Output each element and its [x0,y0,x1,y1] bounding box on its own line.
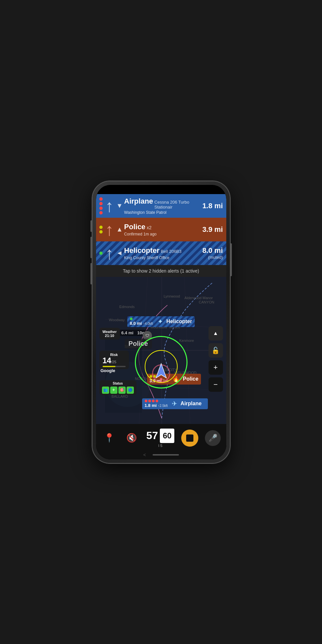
police-info: Police x2 Confirmed 1m ago [124,223,202,236]
hidden-alerts-bar[interactable]: Tap to show 2 hidden alerts (1 active) [96,265,226,277]
dot-1 [99,197,103,201]
volume-down-button[interactable] [90,263,92,284]
road-label: I 5 [158,444,162,448]
risk-max: /25 [111,360,116,364]
airplane-direction-icon: ▼ [116,202,123,210]
airplane-subtype: Cessna 206 Turbo Stationair [154,200,202,210]
risk-fill [103,366,115,367]
helicopter-type: Helicopter Bell 206B3 [124,246,202,255]
label-alderwood: Alderwood Manor [185,296,213,300]
airplane-map-distance: 1.8 mi [145,403,157,408]
police-up-arrow: ↑ [105,221,114,238]
police-type: Police x2 [124,223,202,231]
volume-up-button[interactable] [90,237,92,258]
police-distance: 3.9 mi [202,225,223,234]
power-button[interactable] [231,243,232,276]
airplane-map-altitude: ↑2.5kft [158,404,167,408]
helicopter-alert[interactable]: ↑ ◄ Helicopter Bell 206B3 King County Sh… [96,241,226,265]
phone-screen: ↑ ▼ Airplane Cessna 206 Turbo Stationair… [96,185,226,459]
status-widget[interactable]: Status 👥 ✈ 🎯 🔵 [99,380,136,395]
nav-arrow-container [151,361,171,385]
helicopter-muted: (muted) [202,255,223,260]
airplane-distance: 1.8 mi [202,202,223,210]
risk-bar [103,366,126,367]
stop-button[interactable] [181,430,198,447]
airplane-dot-4 [156,400,158,402]
police-multiplier: x2 [147,225,152,230]
airplane-dot-1 [145,400,147,402]
weather-label: Weather [103,330,117,334]
mute-button[interactable]: 🔇 [124,430,139,446]
right-controls: ▲ 🔓 + − [209,326,223,392]
phone-frame: ↑ ▼ Airplane Cessna 206 Turbo Stationair… [92,181,230,463]
airplane-up-arrow: ↑ [105,197,114,214]
location-button[interactable]: 📍 [101,430,117,446]
dot-1 [99,226,103,229]
mute-button[interactable] [90,220,92,232]
home-indicator: < [96,450,226,459]
notch [140,185,183,194]
label-lynnwood: Lynnwood [163,294,180,298]
home-pill[interactable] [153,454,179,455]
zoom-in-button[interactable]: + [209,360,223,375]
airplane-dot-2 [148,400,151,402]
status-icon-bt: 🔵 [127,387,134,394]
lock-button[interactable]: 🔓 [209,343,223,358]
map-airplane-overlay[interactable]: 1.8 mi ↑2.5kft ✈ Airplane [142,398,208,409]
airplane-detail: Washington State Patrol [124,210,202,215]
heli-dot [130,318,133,320]
helicopter-distance-block: 8.0 mi (muted) [202,246,223,260]
mic-icon: 🎤 [209,434,217,442]
location-icon: 📍 [101,430,117,446]
weather-widget[interactable]: Weather 21:10 [99,328,120,340]
speed-limit-box: 60 [160,429,174,443]
svg-point-10 [160,378,162,381]
helicopter-direction-icon: ◄ [116,249,123,257]
airplane-dot-3 [152,400,155,402]
status-icon-target: 🎯 [118,387,126,394]
police-direction-icon: ▲ [116,226,123,233]
dot-2 [99,202,103,205]
airplane-dots [99,197,103,214]
helicopter-subtype: Bell 206B3 [161,249,182,254]
dot-2 [99,230,103,233]
mic-button[interactable]: 🎤 [205,430,221,446]
police-alert[interactable]: ↑ ▲ Police x2 Confirmed 1m ago 3.9 mi [96,218,226,241]
app-container: ↑ ▼ Airplane Cessna 206 Turbo Stationair… [96,185,226,459]
compass-button[interactable]: ▲ [209,326,223,341]
alerts-section: ↑ ▼ Airplane Cessna 206 Turbo Stationair… [96,194,226,277]
weather-value: 21:10 [103,334,117,338]
heli-distance: 8.0 mi [130,321,142,326]
label-edmonds: Edmonds [119,305,135,309]
status-icon-plane: ✈ [110,387,117,394]
helicopter-up-arrow: ↑ [105,245,114,262]
helicopter-distance: 8.0 mi [202,246,223,255]
stop-icon [186,434,193,442]
speed-current: 57 [146,430,158,442]
label-woodway: Woodway [109,318,125,322]
airplane-type: Airplane Cessna 206 Turbo Stationair [124,197,202,210]
bottom-bar: 📍 🔇 57 60 I 5 [96,424,226,450]
airplane-map-type: Airplane [181,401,202,407]
map-helicopter-overlay[interactable]: 8.0 mi ↑4.0kft ✦ Helicopter [127,316,195,327]
back-chevron[interactable]: < [143,452,146,457]
helicopter-info: Helicopter Bell 206B3 King County Sherif… [124,246,202,260]
heli-type: Helicopter [166,319,192,324]
helicopter-dots [99,252,103,255]
zoom-out-button[interactable]: − [209,377,223,392]
label-kenmore: Kenmore [179,339,194,343]
police-dots [99,226,103,233]
map-section[interactable]: Lynnwood Edmonds Alderwood Manor Woodway… [96,277,226,424]
airplane-alert[interactable]: ↑ ▼ Airplane Cessna 206 Turbo Stationair… [96,194,226,218]
mute-icon: 🔇 [124,430,139,446]
risk-widget[interactable]: Risk 14 /25 [99,351,129,369]
speed-display: 57 60 [146,429,175,443]
helicopter-detail: King County Sheriff Office [124,255,202,260]
heli-altitude: ↑4.0kft [143,322,153,325]
status-label: Status [102,382,134,385]
dot-3 [99,207,103,210]
dot-4 [99,211,103,214]
status-icons-row: 👥 ✈ 🎯 🔵 [102,387,134,394]
hidden-alerts-text: Tap to show 2 hidden alerts (1 active) [123,268,199,274]
dot-1 [99,252,103,255]
